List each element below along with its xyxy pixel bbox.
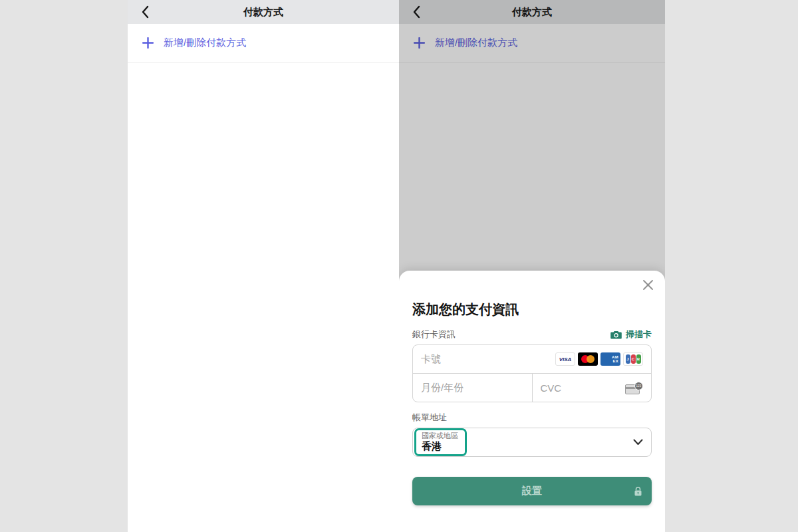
cvc-placeholder: CVC: [541, 382, 562, 394]
jcb-icon: J C B: [623, 352, 643, 366]
scan-card-label: 掃描卡: [626, 329, 652, 340]
cvc-input[interactable]: CVC 123: [532, 374, 652, 402]
back-button[interactable]: [141, 0, 149, 24]
mastercard-icon: [578, 352, 598, 366]
billing-address-label: 帳單地址: [412, 412, 652, 424]
page-title: 付款方式: [243, 6, 283, 19]
expiry-placeholder: 月份/年份: [421, 382, 464, 394]
card-number-placeholder: 卡號: [421, 353, 441, 366]
accepted-card-brands: VISA AM EX J C B: [555, 352, 643, 366]
scan-card-button[interactable]: 掃描卡: [610, 329, 652, 340]
app-header: 付款方式: [128, 0, 399, 24]
card-details-group: 卡號 VISA AM EX J C B: [412, 344, 652, 402]
country-select[interactable]: 國家或地區 香港: [412, 428, 652, 457]
country-field-label: 國家或地區: [422, 432, 458, 440]
camera-icon: [610, 331, 622, 339]
close-icon: [642, 279, 654, 291]
setup-button[interactable]: 設置: [412, 477, 652, 505]
visa-icon: VISA: [555, 352, 575, 366]
cvc-card-icon: 123: [625, 382, 643, 394]
chevron-left-icon: [141, 5, 149, 19]
screen-payment-methods-dimmed: 付款方式 新增/刪除付款方式 添加您的支付資訊 銀行卡資訊 掃描卡: [399, 0, 665, 532]
add-payment-method-label: 新增/刪除付款方式: [164, 37, 246, 49]
card-info-label: 銀行卡資訊: [412, 329, 456, 340]
chevron-down-icon: [633, 439, 643, 446]
lock-icon: [634, 486, 642, 496]
setup-button-label: 設置: [522, 485, 542, 497]
amex-icon: AM EX: [600, 352, 620, 366]
plus-icon: [142, 37, 154, 49]
card-number-input[interactable]: 卡號 VISA AM EX J C B: [413, 345, 651, 374]
add-payment-info-modal: 添加您的支付資訊 銀行卡資訊 掃描卡 卡號 VISA: [399, 271, 665, 532]
screen-payment-methods: 付款方式 新增/刪除付款方式: [128, 0, 399, 532]
modal-title: 添加您的支付資訊: [412, 271, 652, 319]
close-button[interactable]: [642, 279, 654, 291]
country-selected-value: 香港: [422, 440, 458, 452]
country-focus-highlight: 國家或地區 香港: [414, 428, 467, 456]
add-payment-method-row[interactable]: 新增/刪除付款方式: [128, 24, 399, 63]
expiry-input[interactable]: 月份/年份: [413, 374, 532, 402]
